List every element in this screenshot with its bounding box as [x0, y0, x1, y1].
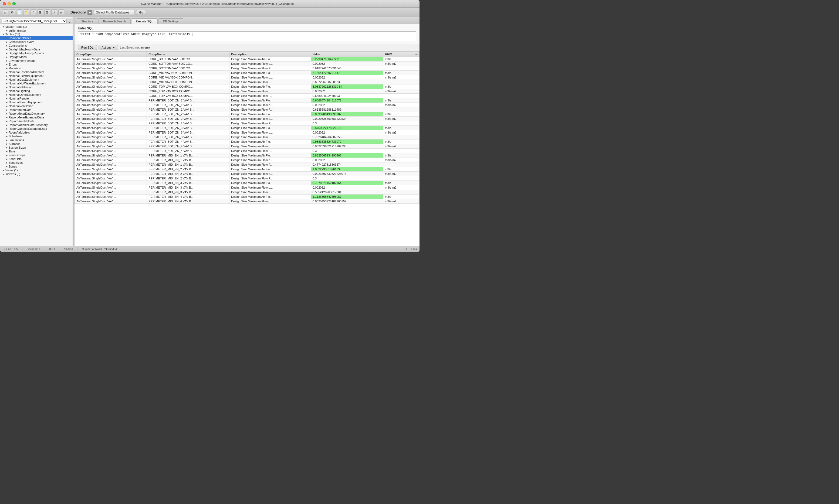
table-row[interactable]: AirTerminal:SingleDuct:VAV:...PERIMETER_… [75, 162, 419, 167]
toolbar-new-icon[interactable]: 📄 [16, 10, 22, 15]
col-header-compname[interactable]: CompName [147, 52, 229, 57]
table-item-componentsizes[interactable]: ▶ ComponentSizes [0, 36, 73, 40]
table-item-reportmeterdata[interactable]: ▶ReportMeterData [0, 108, 73, 112]
col-header-units[interactable]: Units ⇔ [383, 52, 419, 57]
table-item-zones[interactable]: ▶Zones [0, 165, 73, 168]
table-row[interactable]: AirTerminal:SingleDuct:VAV:...PERIMETER_… [75, 181, 419, 185]
sidebar-dropdown-arrow[interactable]: ⌄ [68, 19, 71, 23]
table-row[interactable]: AirTerminal:SingleDuct:VAV:...PERIMETER_… [75, 121, 419, 126]
table-row[interactable]: AirTerminal:SingleDuct:VAV:...PERIMETER_… [75, 112, 419, 116]
sql-input[interactable]: SELECT * FROM ComponentSizes WHERE CompT… [78, 31, 416, 41]
table-item-reportmeterextendeddata[interactable]: ▶ReportMeterExtendedData [0, 115, 73, 119]
table-item-environmentperiods[interactable]: ▶EnvironmentPeriods [0, 59, 73, 62]
table-item-schedules[interactable]: ▶Schedules [0, 134, 73, 138]
table-item-constructionlayers[interactable]: ▶ConstructionLayers [0, 40, 73, 44]
toolbar-table-icon[interactable]: ⊞ [37, 10, 43, 15]
table-item-nominalelectricequipment[interactable]: ▶NominalElectricEquipment [0, 74, 73, 78]
table-row[interactable]: AirTerminal:SingleDuct:VAV:...PERIMETER_… [75, 195, 419, 199]
table-item-errors[interactable]: ▶Errors [0, 62, 73, 66]
table-item-roomairmodels[interactable]: ▶RoomAirModels [0, 131, 73, 134]
toolbar-function-icon[interactable]: ƒ [30, 10, 36, 15]
tab-browse-search[interactable]: Browse & Search [99, 18, 130, 24]
table-row[interactable]: AirTerminal:SingleDuct:VAV:...PERIMETER_… [75, 98, 419, 103]
table-item-reportvariabledata[interactable]: ▶ReportVariableData [0, 119, 73, 123]
table-item-nominalbaseboardheaters[interactable]: ▶NominalBaseboardHeaters [0, 70, 73, 74]
toolbar-grid-icon[interactable]: ⊡ [44, 10, 50, 15]
results-area[interactable]: CompType CompName Description Value Unit… [74, 51, 419, 246]
table-item-nominalsteamequipment[interactable]: ▶NominalSteamEquipment [0, 101, 73, 104]
table-row[interactable]: AirTerminal:SingleDuct:VAV:...PERIMETER_… [75, 140, 419, 144]
table-row[interactable]: AirTerminal:SingleDuct:VAV:...CORE_BOTTO… [75, 57, 419, 61]
db-select[interactable]: (Select Profile Database) [94, 10, 135, 15]
table-item-nominalpeople[interactable]: ▶NominalPeople [0, 96, 73, 101]
resize-col-icon[interactable]: ⇔ [415, 52, 418, 56]
tab-structure[interactable]: Structure [77, 18, 98, 24]
minimize-button[interactable] [7, 2, 11, 5]
table-row[interactable]: AirTerminal:SingleDuct:VAV:...PERIMETER_… [75, 149, 419, 153]
table-item-zonesizes[interactable]: ▶ZoneSizes [0, 161, 73, 165]
master-table-section[interactable]: ▼ Master Table (1) [0, 25, 73, 29]
table-row[interactable]: AirTerminal:SingleDuct:VAV:...PERIMETER_… [75, 144, 419, 149]
table-row[interactable]: AirTerminal:SingleDuct:VAV:...CORE_TOP V… [75, 89, 419, 94]
tables-section[interactable]: ▼ Tables (35) [0, 32, 73, 36]
table-item-materials[interactable]: ▶Materials [0, 66, 73, 70]
tab-execute-sql[interactable]: Execute SQL [131, 18, 158, 24]
table-row[interactable]: AirTerminal:SingleDuct:VAV:...PERIMETER_… [75, 185, 419, 190]
table-row[interactable]: AirTerminal:SingleDuct:VAV:...PERIMETER_… [75, 107, 419, 112]
table-row[interactable]: AirTerminal:SingleDuct:VAV:...PERIMETER_… [75, 153, 419, 158]
table-row[interactable]: AirTerminal:SingleDuct:VAV:...CORE_MID V… [75, 75, 419, 80]
table-row[interactable]: AirTerminal:SingleDuct:VAV:...CORE_MID V… [75, 71, 419, 75]
col-header-description[interactable]: Description [229, 52, 311, 57]
toolbar-home-icon[interactable]: ⌂ [2, 10, 8, 15]
table-item-systemsizes[interactable]: ▶SystemSizes [0, 146, 73, 149]
table-item-nominalotherequipment[interactable]: ▶NominalOtherEquipment [0, 93, 73, 96]
table-row[interactable]: AirTerminal:SingleDuct:VAV:...PERIMETER_… [75, 199, 419, 204]
toolbar-open-icon[interactable]: 📁 [23, 10, 29, 15]
sqlite-master-item[interactable]: ▶ sqlite_master [0, 29, 73, 32]
indexes-section[interactable]: ▶ Indexes (6) [0, 172, 73, 176]
table-item-daylightmaphourlyreports[interactable]: ▶DaylightMapHourlyReports [0, 51, 73, 55]
table-item-reportmeterdatadictionary[interactable]: ▶ReportMeterDataDictionary [0, 112, 73, 115]
actions-button[interactable]: Actions ▼ [99, 45, 118, 50]
table-row[interactable]: AirTerminal:SingleDuct:VAV:...PERIMETER_… [75, 116, 419, 121]
table-item-daylightmaps[interactable]: ▶DaylightMaps [0, 55, 73, 59]
table-row[interactable]: AirTerminal:SingleDuct:VAV:...PERIMETER_… [75, 190, 419, 195]
table-item-zonegroups[interactable]: ▶ZoneGroups [0, 153, 73, 157]
table-item-reportvariabledatadictionary[interactable]: ▶ReportVariableDataDictionary [0, 123, 73, 127]
table-item-time[interactable]: ▶Time [0, 149, 73, 153]
views-section[interactable]: ▶ Views (1) [0, 168, 73, 172]
table-item-zonelists[interactable]: ▶ZoneLists [0, 157, 73, 161]
toolbar-import-icon[interactable]: ↙ [58, 10, 64, 15]
table-row[interactable]: AirTerminal:SingleDuct:VAV:...CORE_TOP V… [75, 85, 419, 89]
toolbar-settings-icon[interactable]: ⚙ [9, 10, 15, 15]
table-row[interactable]: AirTerminal:SingleDuct:VAV:...CORE_MID V… [75, 80, 419, 85]
table-item-surfaces[interactable]: ▶Surfaces [0, 142, 73, 146]
table-row[interactable]: AirTerminal:SingleDuct:VAV:...PERIMETER_… [75, 130, 419, 135]
table-row[interactable]: AirTerminal:SingleDuct:VAV:...PERIMETER_… [75, 167, 419, 172]
tab-db-settings[interactable]: DB Settings [158, 18, 183, 24]
col-header-value[interactable]: Value [311, 52, 383, 57]
close-button[interactable] [3, 2, 6, 5]
table-item-nominallighting[interactable]: ▶NominalLighting [0, 89, 73, 93]
table-item-nominalgasequipment[interactable]: ▶NominalGasEquipment [0, 78, 73, 82]
table-row[interactable]: AirTerminal:SingleDuct:VAV:...CORE_BOTTO… [75, 61, 419, 66]
table-row[interactable]: AirTerminal:SingleDuct:VAV:...CORE_BOTTO… [75, 66, 419, 71]
table-item-constructions[interactable]: ▶Constructions [0, 44, 73, 48]
table-item-nominalventilation[interactable]: ▶NominalVentilation [0, 104, 73, 108]
toolbar-export-icon[interactable]: ↗ [51, 10, 57, 15]
col-header-comptype[interactable]: CompType [75, 52, 147, 57]
directory-play-button[interactable]: ▶ [87, 10, 92, 15]
maximize-button[interactable] [13, 2, 16, 5]
table-row[interactable]: AirTerminal:SingleDuct:VAV:...PERIMETER_… [75, 172, 419, 176]
table-item-nominalinfiltration[interactable]: ▶NominalInfiltration [0, 85, 73, 89]
table-row[interactable]: AirTerminal:SingleDuct:VAV:...CORE_TOP V… [75, 94, 419, 98]
table-item-nominalhotwaterequipment[interactable]: ▶NominalHotWaterEquipment [0, 82, 73, 85]
table-row[interactable]: AirTerminal:SingleDuct:VAV:...PERIMETER_… [75, 176, 419, 181]
table-row[interactable]: AirTerminal:SingleDuct:VAV:...PERIMETER_… [75, 126, 419, 130]
run-sql-button[interactable]: Run SQL [78, 45, 97, 50]
table-row[interactable]: AirTerminal:SingleDuct:VAV:...PERIMETER_… [75, 103, 419, 107]
table-row[interactable]: AirTerminal:SingleDuct:VAV:...PERIMETER_… [75, 158, 419, 162]
table-item-reportvariableextendeddata[interactable]: ▶ReportVariableExtendedData [0, 127, 73, 131]
go-button[interactable]: Go [136, 10, 146, 15]
table-row[interactable]: AirTerminal:SingleDuct:VAV:...PERIMETER_… [75, 135, 419, 140]
